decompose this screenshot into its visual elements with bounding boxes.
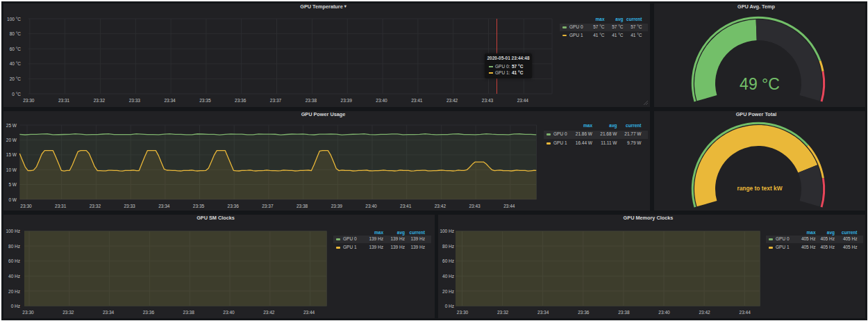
svg-text:23:39: 23:39 [331,204,343,208]
svg-text:20 Hz: 20 Hz [8,289,20,294]
svg-text:23:41: 23:41 [400,204,412,208]
svg-text:23:40: 23:40 [658,310,670,315]
svg-text:20 Hz: 20 Hz [442,289,454,294]
svg-text:23:42: 23:42 [263,310,275,315]
svg-text:23:38: 23:38 [297,204,308,208]
svg-text:23:40: 23:40 [365,204,377,208]
svg-text:23:37: 23:37 [262,204,274,208]
svg-text:60 Hz: 60 Hz [442,258,454,263]
svg-text:23:32: 23:32 [62,310,74,315]
svg-text:23:32: 23:32 [90,204,101,208]
svg-text:23:34: 23:34 [158,204,170,208]
svg-text:23:30: 23:30 [22,310,34,315]
svg-text:25 W: 25 W [6,123,17,128]
svg-text:20 W: 20 W [6,138,17,142]
svg-text:23:34: 23:34 [103,310,115,315]
svg-text:100 Hz: 100 Hz [6,229,20,233]
svg-text:60 Hz: 60 Hz [8,258,20,263]
svg-text:23:36: 23:36 [228,204,240,208]
svg-text:23:40: 23:40 [223,310,235,315]
svg-text:23:42: 23:42 [699,310,710,315]
svg-text:23:42: 23:42 [435,204,446,208]
svg-text:15 W: 15 W [6,152,17,157]
svg-text:23:38: 23:38 [618,310,630,315]
svg-text:23:43: 23:43 [469,204,481,208]
svg-text:0 W: 0 W [8,197,17,202]
svg-text:40 Hz: 40 Hz [442,274,454,279]
svg-text:23:30: 23:30 [20,204,32,208]
svg-text:23:44: 23:44 [503,204,515,208]
svg-text:80 Hz: 80 Hz [442,244,454,249]
svg-text:0 Hz: 0 Hz [445,304,454,308]
svg-text:23:33: 23:33 [124,204,135,208]
svg-text:10 W: 10 W [6,167,17,172]
svg-text:23:38: 23:38 [183,310,195,315]
svg-text:5 W: 5 W [8,182,17,187]
svg-text:100 Hz: 100 Hz [440,229,454,233]
svg-text:23:30: 23:30 [457,310,469,315]
svg-text:80 Hz: 80 Hz [8,244,20,249]
svg-text:23:36: 23:36 [143,310,155,315]
svg-text:40 Hz: 40 Hz [8,274,20,279]
svg-text:23:36: 23:36 [578,310,590,315]
svg-text:23:44: 23:44 [303,310,315,315]
svg-text:23:44: 23:44 [740,310,751,315]
svg-text:23:32: 23:32 [497,310,509,315]
svg-text:23:31: 23:31 [55,204,67,208]
svg-text:23:35: 23:35 [193,204,205,208]
svg-text:23:34: 23:34 [537,310,549,315]
svg-text:0 Hz: 0 Hz [11,304,20,308]
